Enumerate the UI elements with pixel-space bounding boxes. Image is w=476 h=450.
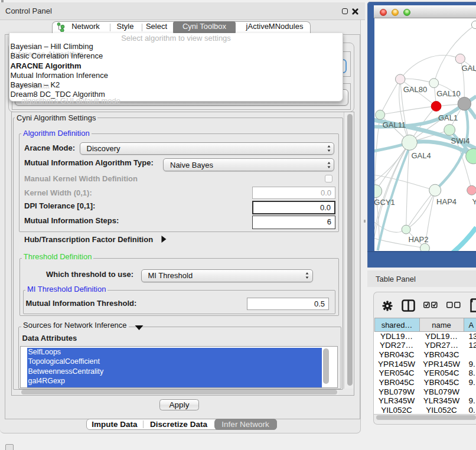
svg-text:SWI4: SWI4 bbox=[451, 136, 470, 145]
svg-text:GAL7: GAL7 bbox=[461, 64, 476, 73]
svg-text:GAL1: GAL1 bbox=[438, 113, 457, 122]
svg-text:GAL80: GAL80 bbox=[403, 85, 426, 94]
svg-text:Y: Y bbox=[472, 197, 476, 206]
svg-text:HAP2: HAP2 bbox=[408, 235, 428, 244]
svg-text:GAL11: GAL11 bbox=[382, 120, 406, 129]
svg-text:HAP4: HAP4 bbox=[436, 197, 457, 206]
svg-text:GAL4: GAL4 bbox=[411, 151, 431, 160]
svg-text:GCY1: GCY1 bbox=[374, 198, 395, 207]
svg-text:GAL10: GAL10 bbox=[436, 89, 460, 98]
